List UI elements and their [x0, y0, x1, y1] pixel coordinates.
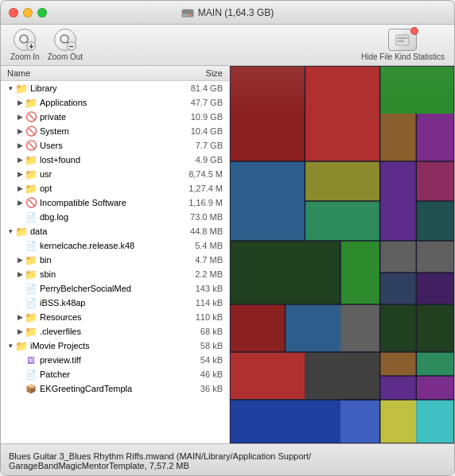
- folder-icon: 📁: [25, 168, 37, 180]
- file-size: 1,27.4 M: [165, 184, 229, 193]
- svg-rect-34: [416, 352, 454, 376]
- file-name: opt: [40, 184, 165, 193]
- title-bar: MAIN (1,64.3 GB): [1, 1, 454, 25]
- svg-point-3: [192, 14, 192, 15]
- close-button[interactable]: [9, 8, 18, 17]
- zoom-out-button[interactable]: − Zoom Out: [48, 29, 83, 61]
- svg-rect-20: [416, 161, 454, 201]
- table-row[interactable]: 📄 Patcher 46 kB: [1, 367, 229, 381]
- status-bar: Blues Guitar 3_Blues Rhythm Riffs.mwand …: [1, 443, 454, 476]
- treemap-container: [230, 66, 454, 443]
- folder-icon: 📁: [25, 268, 37, 281]
- svg-rect-22: [230, 241, 340, 304]
- file-size: 5.4 MB: [165, 241, 229, 250]
- file-app-icon: 📦: [25, 382, 37, 395]
- file-size: 44.8 MB: [165, 226, 229, 236]
- svg-rect-8: [396, 35, 409, 45]
- svg-rect-30: [380, 304, 454, 352]
- file-name: Applications: [40, 98, 165, 107]
- table-row[interactable]: 📄 kernelcache.release.k48 5.4 MB: [1, 238, 229, 253]
- maximize-button[interactable]: [37, 8, 47, 17]
- folder-icon: 📁: [25, 253, 37, 266]
- traffic-lights: [9, 8, 47, 17]
- treemap-svg: [230, 66, 454, 443]
- column-name: Name: [1, 68, 165, 78]
- table-row[interactable]: ▶ 📁 usr 8,74.5 M: [1, 167, 229, 181]
- disclosure-triangle[interactable]: ▶: [15, 141, 25, 149]
- row-indent: ▶ 📁 lost+found: [1, 153, 165, 166]
- folder-x-icon: 🚫: [25, 139, 37, 152]
- table-row[interactable]: ▶ 📁 opt 1,27.4 M: [1, 181, 229, 195]
- disclosure-triangle[interactable]: ▶: [15, 127, 25, 135]
- file-name: iBSS.k48ap: [40, 298, 165, 308]
- table-row[interactable]: 🖼 preview.tiff 54 kB: [1, 353, 229, 367]
- row-indent: ▶ 📁 .cleverfiles: [1, 325, 165, 338]
- file-name: PerryBelcherSocialMed: [40, 284, 165, 293]
- table-row[interactable]: ▶ 📁 .cleverfiles 68 kB: [1, 324, 229, 339]
- file-size: 7.7 GB: [165, 141, 229, 150]
- row-indent: 📄 PerryBelcherSocialMed: [1, 282, 165, 295]
- folder-icon: 📁: [25, 153, 37, 166]
- svg-rect-28: [286, 304, 341, 352]
- svg-rect-39: [380, 400, 417, 443]
- file-list-container[interactable]: Name Size ▾ 📁 Library 81.4 GB ▶ 📁 Applic…: [1, 66, 230, 443]
- table-row[interactable]: ▶ 🚫 Incompatible Software 1,16.9 M: [1, 195, 229, 210]
- table-row[interactable]: ▾ 📁 data 44.8 MB: [1, 224, 229, 238]
- table-row[interactable]: ▾ 📁 Library 81.4 GB: [1, 81, 229, 95]
- table-row[interactable]: ▶ 📁 Applications 47.7 GB: [1, 95, 229, 110]
- table-row[interactable]: ▶ 🚫 System 10.4 GB: [1, 124, 229, 138]
- status-line-2: GarageBandMagicMentorTemplate, 7,57.2 MB: [9, 461, 446, 470]
- table-row[interactable]: ▶ 📁 Resources 110 kB: [1, 310, 229, 324]
- disclosure-triangle[interactable]: ▾: [6, 227, 15, 235]
- row-indent: ▶ 🚫 Users: [1, 139, 165, 152]
- table-row[interactable]: ▶ 📁 lost+found 4.9 GB: [1, 153, 229, 167]
- table-row[interactable]: ▶ 📁 sbin 2.2 MB: [1, 267, 229, 281]
- svg-rect-21: [416, 201, 454, 241]
- svg-rect-27: [230, 304, 286, 352]
- disclosure-triangle[interactable]: ▶: [15, 327, 25, 335]
- disclosure-triangle[interactable]: ▾: [6, 84, 15, 92]
- file-size: 4.7 MB: [165, 255, 229, 265]
- disclosure-triangle[interactable]: ▶: [15, 99, 25, 106]
- row-indent: 🖼 preview.tiff: [1, 354, 165, 366]
- hide-file-kind-button[interactable]: Hide File Kind Statistics: [361, 29, 445, 61]
- file-doc-icon: 📄: [25, 282, 37, 295]
- disclosure-triangle[interactable]: ▶: [15, 113, 25, 121]
- disclosure-triangle[interactable]: ▶: [15, 313, 25, 321]
- folder-icon: 📁: [25, 96, 37, 109]
- table-row[interactable]: 📦 EKGreetingCardTempla 36 kB: [1, 381, 229, 396]
- svg-rect-25: [380, 273, 417, 304]
- disclosure-triangle[interactable]: ▶: [15, 270, 25, 278]
- file-name: EKGreetingCardTempla: [40, 384, 165, 393]
- column-size: Size: [165, 68, 229, 78]
- table-row[interactable]: 📄 PerryBelcherSocialMed 143 kB: [1, 281, 229, 296]
- disclosure-triangle[interactable]: ▶: [15, 199, 25, 207]
- svg-rect-38: [340, 400, 380, 443]
- disclosure-triangle[interactable]: ▶: [15, 184, 25, 192]
- folder-icon: 📁: [25, 182, 37, 195]
- row-indent: 📦 EKGreetingCardTempla: [1, 382, 165, 395]
- file-size: 4.9 GB: [165, 155, 229, 164]
- row-indent: ▶ 📁 opt: [1, 182, 165, 195]
- disclosure-triangle[interactable]: ▶: [15, 170, 25, 178]
- table-row[interactable]: 📄 iBSS.k48ap 114 kB: [1, 296, 229, 310]
- disclosure-triangle[interactable]: ▾: [6, 342, 15, 350]
- disclosure-triangle[interactable]: ▶: [15, 156, 25, 164]
- table-row[interactable]: 📄 dbg.log 73.0 MB: [1, 210, 229, 224]
- file-name: iMovie Projects: [30, 341, 165, 350]
- row-indent: 📄 iBSS.k48ap: [1, 296, 165, 309]
- disclosure-triangle[interactable]: ▶: [15, 256, 25, 264]
- table-row[interactable]: ▶ 🚫 Users 7.7 GB: [1, 138, 229, 153]
- svg-rect-17: [305, 161, 379, 201]
- status-line-1: Blues Guitar 3_Blues Rhythm Riffs.mwand …: [9, 451, 446, 461]
- table-row[interactable]: ▶ 📁 bin 4.7 MB: [1, 253, 229, 267]
- svg-rect-33: [380, 352, 417, 376]
- svg-rect-36: [416, 376, 454, 400]
- file-size: 110 kB: [165, 312, 229, 322]
- table-row[interactable]: ▶ 🚫 private 10.9 GB: [1, 110, 229, 124]
- svg-rect-9: [398, 37, 407, 39]
- zoom-in-button[interactable]: + Zoom In: [10, 29, 40, 61]
- table-row[interactable]: ▾ 📁 iMovie Projects 58 kB: [1, 339, 229, 353]
- svg-rect-35: [380, 376, 417, 400]
- minimize-button[interactable]: [23, 8, 33, 17]
